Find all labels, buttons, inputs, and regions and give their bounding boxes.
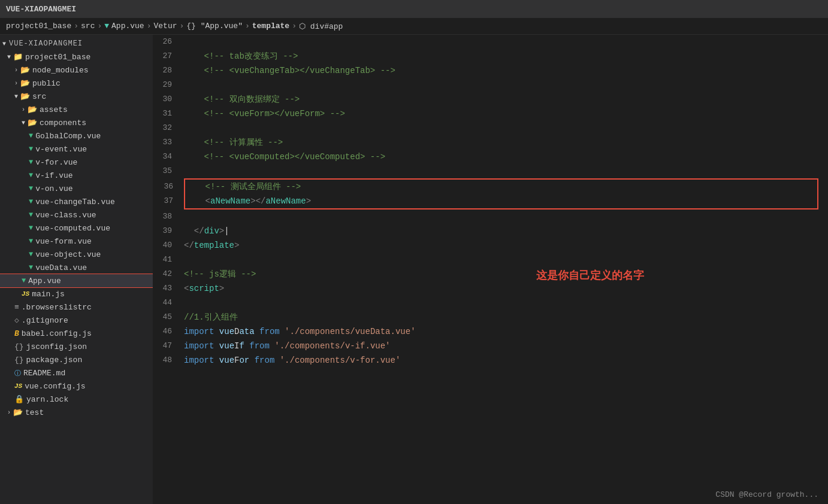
folder-label: test [25,408,44,417]
line-content: //1.引入组件 [182,310,828,324]
sidebar-item-browserslistrc[interactable]: ≡ .browserslistrc [0,300,153,314]
code-line-29: 29 [153,78,828,92]
sidebar-item-vue-config[interactable]: JS vue.config.js [0,379,153,393]
breadcrumb-item: App.vue [111,22,144,31]
file-label: GolbalComp.vue [35,132,101,141]
vue-file-icon: ▼ [29,184,33,193]
sidebar-item-vueData[interactable]: ▼ vueData.vue [0,261,153,274]
line-number: 33 [153,135,182,150]
sidebar-item-public[interactable]: › 📂 public [0,77,153,90]
sidebar-item-v-for[interactable]: ▼ v-for.vue [0,156,153,169]
file-label: vue-object.vue [35,250,101,259]
line-number: 31 [153,107,182,121]
line-number: 37 [154,194,183,208]
file-label: vue-class.vue [35,211,96,220]
line-number: 35 [153,164,182,178]
sidebar-item-assets[interactable]: › 📂 assets [0,103,153,116]
vue-file-icon: ▼ [29,224,33,232]
folder-icon: 📁 [13,52,23,62]
folder-expand-icon: › [14,67,18,74]
line-number: 40 [153,238,182,253]
line-content: import vueData from './components/vueDat… [182,324,828,339]
vue-file-icon: ▼ [29,171,33,180]
code-line-28: 28 <!-- <vueChangeTab></vueChangeTab> --… [153,63,828,78]
sidebar-item-vue-computed[interactable]: ▼ vue-computed.vue [0,221,153,235]
folder-expand-icon: › [14,80,18,87]
code-line-46: 46 import vueData from './components/vue… [153,324,828,339]
line-number: 30 [153,92,182,107]
line-number: 43 [153,281,182,296]
sidebar-item-vue-class[interactable]: ▼ vue-class.vue [0,208,153,221]
line-content [182,210,828,224]
folder-expand-icon: ▼ [14,93,18,100]
sidebar-item-node_modules[interactable]: › 📂 node_modules [0,63,153,77]
line-number: 45 [153,310,182,324]
file-label: v-event.vue [35,145,87,154]
title-bar-project: VUE-XIAOPANGMEI [6,5,76,14]
git-file-icon: ◇ [14,315,19,325]
folder-label: project01_base [25,53,90,62]
sidebar-item-readme[interactable]: ⓘ README.md [0,366,153,379]
line-number: 39 [153,224,182,238]
sidebar-item-v-event[interactable]: ▼ v-event.vue [0,142,153,156]
breadcrumb-sep: › [245,22,250,31]
code-area[interactable]: 26 27 <!-- tab改变练习 --> 28 <!-- <vueChang… [153,35,828,504]
line-number: 36 [154,180,183,194]
sidebar-root[interactable]: ▼ VUE-XIAOPANGMEI [0,37,153,50]
line-number: 42 [153,267,182,281]
sidebar-item-main-js[interactable]: JS main.js [0,287,153,300]
line-number: 27 [153,49,182,63]
sidebar-item-v-on[interactable]: ▼ v-on.vue [0,182,153,195]
code-line-27: 27 <!-- tab改变练习 --> [153,49,828,63]
info-file-icon: ⓘ [14,369,21,378]
sidebar-item-project01_base[interactable]: ▼ 📁 project01_base [0,50,153,63]
sidebar-item-v-if[interactable]: ▼ v-if.vue [0,169,153,182]
breadcrumb-item: {} "App.vue" [186,22,243,31]
line-number: 44 [153,296,182,310]
folder-label: src [32,92,46,101]
code-line-37: 37 <aNewName></aNewName> [154,194,817,208]
line-number: 47 [153,339,182,353]
line-content [182,296,828,310]
line-content: import vueIf from './components/v-if.vue… [182,339,828,353]
sidebar-item-test[interactable]: › 📂 test [0,406,153,419]
editor: 26 27 <!-- tab改变练习 --> 28 <!-- <vueChang… [153,35,828,504]
sidebar-item-components[interactable]: ▼ 📂 components [0,116,153,129]
file-label: yarn.lock [26,395,68,404]
sidebar-item-GolbalComp[interactable]: ▼ GolbalComp.vue [0,129,153,142]
vue-file-icon: ▼ [22,277,26,285]
sidebar-item-App-vue[interactable]: ▼ App.vue [0,274,153,287]
highlight-block: 36 <!-- 测试全局组件 --> 37 <aNewName></aNewNa… [184,178,818,210]
file-label: package.json [26,356,83,365]
vue-file-icon: ▼ [29,237,33,245]
line-content [182,164,828,178]
breadcrumb-sep: › [180,22,185,31]
folder-icon: 📂 [13,408,23,417]
sidebar-item-vue-form[interactable]: ▼ vue-form.vue [0,235,153,248]
code-line-32: 32 [153,121,828,135]
folder-expand-icon: › [22,107,25,113]
sidebar-item-src[interactable]: ▼ 📂 src [0,90,153,103]
sidebar-item-package-json[interactable]: {} package.json [0,353,153,366]
breadcrumb: project01_base › src › ▼ App.vue › Vetur… [0,18,828,35]
code-line-30: 30 <!-- 双向数据绑定 --> [153,92,828,107]
sidebar-item-babel-config[interactable]: B babel.config.js [0,327,153,340]
folder-expand-icon: › [7,409,11,416]
sidebar-item-jsconfig[interactable]: {} jsconfig.json [0,340,153,353]
file-label: vue.config.js [25,382,85,391]
line-number: 32 [153,121,182,135]
line-content: <script> [182,281,828,296]
breadcrumb-item: project01_base [6,22,71,31]
sidebar-item-vue-changeTab[interactable]: ▼ vue-changeTab.vue [0,195,153,208]
babel-file-icon: B [14,329,19,338]
sidebar-item-gitignore[interactable]: ◇ .gitignore [0,314,153,327]
file-label: README.md [23,369,65,378]
line-number: 48 [153,353,182,368]
sidebar-item-yarn-lock[interactable]: 🔒 yarn.lock [0,393,153,406]
sidebar-item-vue-object[interactable]: ▼ vue-object.vue [0,248,153,261]
code-line-35: 35 [153,164,828,178]
line-content: <aNewName></aNewName> [183,194,817,208]
line-content: </template> [182,238,828,253]
folder-icon: 📂 [20,78,30,88]
breadcrumb-sep: › [292,22,297,31]
